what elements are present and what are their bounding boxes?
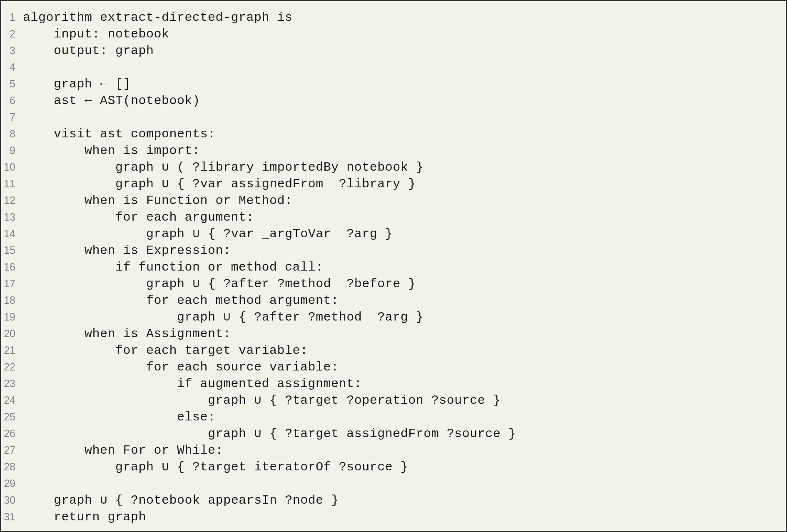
line-number: 22 <box>1 358 23 375</box>
line-content: graph ∪ { ?var _argToVar ?arg } <box>23 226 393 242</box>
code-line: 20 when is Assignment: <box>1 325 786 342</box>
line-content: when is import: <box>23 142 200 159</box>
code-line: 3 output: graph <box>1 42 786 59</box>
line-content: for each source variable: <box>23 359 339 375</box>
code-line: 31 return graph <box>1 508 786 525</box>
code-line: 4 <box>1 59 786 75</box>
line-number: 24 <box>1 392 23 408</box>
line-number: 4 <box>1 59 23 75</box>
line-number: 3 <box>1 42 23 59</box>
line-number: 13 <box>1 209 23 225</box>
line-content: graph ∪ ( ?library importedBy notebook } <box>23 159 423 176</box>
code-line: 7 <box>1 109 786 125</box>
line-content: graph ∪ { ?var assignedFrom ?library } <box>23 176 416 192</box>
line-number: 31 <box>1 508 23 525</box>
pseudocode-listing: 1algorithm extract-directed-graph is2 in… <box>0 0 787 532</box>
line-content: visit ast components: <box>23 126 216 142</box>
code-line: 27 when For or While: <box>1 442 786 458</box>
line-number: 29 <box>1 475 23 492</box>
line-number: 16 <box>1 259 23 275</box>
line-content: graph ∪ { ?target iteratorOf ?source } <box>23 459 408 475</box>
code-line: 26 graph ∪ { ?target assignedFrom ?sourc… <box>1 425 786 442</box>
line-number: 30 <box>1 492 23 508</box>
code-line: 12 when is Function or Method: <box>1 192 786 209</box>
line-content: for each argument: <box>23 209 254 226</box>
code-line: 9 when is import: <box>1 142 786 159</box>
line-number: 12 <box>1 192 23 209</box>
code-line: 29 <box>1 475 786 492</box>
code-line: 11 graph ∪ { ?var assignedFrom ?library … <box>1 175 786 192</box>
line-number: 2 <box>1 25 23 42</box>
code-line: 19 graph ∪ { ?after ?method ?arg } <box>1 308 786 325</box>
line-number: 15 <box>1 242 23 259</box>
line-number: 26 <box>1 425 23 442</box>
code-line: 13 for each argument: <box>1 209 786 225</box>
code-line: 14 graph ∪ { ?var _argToVar ?arg } <box>1 225 786 242</box>
code-line: 17 graph ∪ { ?after ?method ?before } <box>1 275 786 292</box>
line-content: graph ∪ { ?notebook appearsIn ?node } <box>23 492 339 509</box>
line-number: 23 <box>1 375 23 392</box>
line-number: 1 <box>1 9 23 25</box>
code-line: 18 for each method argument: <box>1 292 786 308</box>
line-content: for each method argument: <box>23 292 339 309</box>
line-number: 18 <box>1 292 23 308</box>
code-line: 8 visit ast components: <box>1 125 786 142</box>
line-number: 19 <box>1 308 23 325</box>
line-content: if function or method call: <box>23 259 324 276</box>
line-content: graph ∪ { ?target assignedFrom ?source } <box>23 425 516 442</box>
code-line: 1algorithm extract-directed-graph is <box>1 9 786 25</box>
line-number: 28 <box>1 458 23 475</box>
line-content: if augmented assignment: <box>23 375 362 392</box>
line-number: 5 <box>1 75 23 92</box>
line-content: else: <box>23 409 216 425</box>
line-content: graph ∪ { ?after ?method ?arg } <box>23 309 423 326</box>
code-line: 16 if function or method call: <box>1 259 786 275</box>
line-number: 14 <box>1 225 23 242</box>
code-line: 22 for each source variable: <box>1 358 786 375</box>
line-number: 25 <box>1 408 23 425</box>
line-number: 11 <box>1 175 23 192</box>
line-content: graph ← [] <box>23 76 131 92</box>
code-line: 23 if augmented assignment: <box>1 375 786 392</box>
line-content: graph ∪ { ?target ?operation ?source } <box>23 392 501 409</box>
line-content: output: graph <box>23 42 154 59</box>
line-number: 7 <box>1 109 23 125</box>
line-number: 20 <box>1 325 23 342</box>
code-line: 6 ast ← AST(notebook) <box>1 92 786 109</box>
code-line: 2 input: notebook <box>1 25 786 42</box>
code-line: 5 graph ← [] <box>1 75 786 92</box>
line-number: 9 <box>1 142 23 159</box>
line-content: input: notebook <box>23 26 169 42</box>
line-content: return graph <box>23 509 146 525</box>
line-number: 6 <box>1 92 23 109</box>
line-content: when is Assignment: <box>23 326 231 342</box>
code-line: 21 for each target variable: <box>1 342 786 358</box>
line-content: when For or While: <box>23 442 223 459</box>
line-content: ast ← AST(notebook) <box>23 92 200 109</box>
code-line: 10 graph ∪ ( ?library importedBy noteboo… <box>1 159 786 175</box>
line-number: 8 <box>1 125 23 142</box>
code-line: 24 graph ∪ { ?target ?operation ?source … <box>1 392 786 408</box>
line-number: 10 <box>1 159 23 175</box>
line-content: algorithm extract-directed-graph is <box>23 9 293 26</box>
line-number: 17 <box>1 275 23 292</box>
line-content: for each target variable: <box>23 342 308 359</box>
line-number: 21 <box>1 342 23 358</box>
line-content: when is Function or Method: <box>23 192 293 209</box>
code-line: 15 when is Expression: <box>1 242 786 259</box>
code-line: 30 graph ∪ { ?notebook appearsIn ?node } <box>1 492 786 508</box>
line-content: graph ∪ { ?after ?method ?before } <box>23 276 416 292</box>
line-content: when is Expression: <box>23 242 231 259</box>
code-line: 28 graph ∪ { ?target iteratorOf ?source … <box>1 458 786 475</box>
line-number: 27 <box>1 442 23 458</box>
code-line: 25 else: <box>1 408 786 425</box>
